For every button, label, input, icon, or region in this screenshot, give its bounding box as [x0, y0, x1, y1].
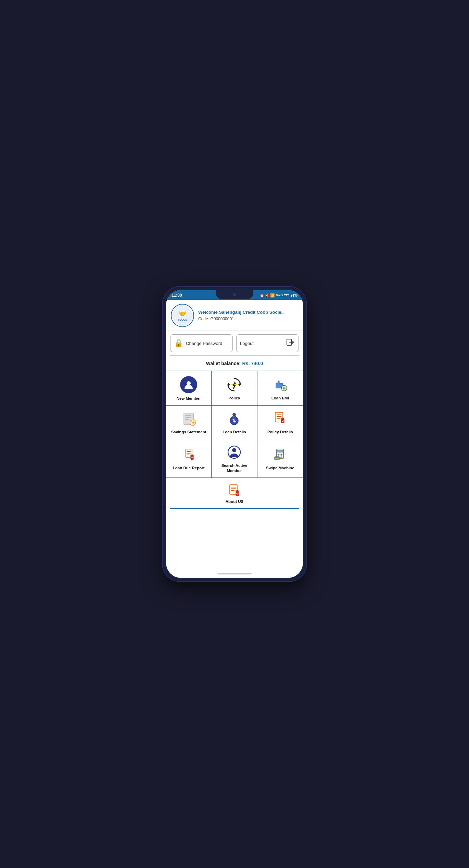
svg-text:★: ★	[192, 421, 195, 425]
lock-icon: 🔒	[174, 339, 183, 348]
logout-icon	[286, 338, 295, 349]
policy-label: Policy	[229, 396, 240, 401]
phone-frame: 11:00 ⏰ 🔇 📶 Voll LTE1 91% 🤝 TSCCS	[163, 287, 306, 581]
loan-emi-label: Loan EMI	[271, 396, 289, 401]
loan-due-report-label: Loan Due Report	[173, 466, 205, 471]
about-us-icon	[226, 483, 243, 499]
policy-details-icon	[272, 410, 288, 427]
svg-point-34	[281, 456, 282, 457]
svg-marker-3	[238, 383, 240, 387]
policy-details-label: Policy Details	[267, 430, 293, 435]
welcome-title: Welcome Sahebganj Credit Coop Socie..	[198, 310, 298, 315]
action-buttons-row: 🔒 Change Password Logout	[166, 331, 303, 356]
svg-rect-20	[277, 416, 281, 417]
logo-inner: 🤝 TSCCS	[172, 305, 193, 326]
menu-item-policy[interactable]: Policy	[212, 371, 257, 406]
phone-screen: 11:00 ⏰ 🔇 📶 Voll LTE1 91% 🤝 TSCCS	[166, 290, 303, 578]
loan-details-icon	[226, 410, 242, 427]
svg-rect-24	[187, 455, 189, 455]
svg-rect-21	[277, 418, 280, 419]
bottom-bar	[166, 571, 303, 578]
svg-point-15	[233, 419, 234, 420]
svg-point-14	[233, 413, 236, 416]
menu-item-search-active-member[interactable]: Search Active Member	[212, 439, 257, 478]
app-header: 🤝 TSCCS Welcome Sahebganj Credit Coop So…	[166, 300, 303, 331]
status-icons: ⏰ 🔇 📶 Voll LTE1 91%	[260, 293, 297, 298]
code-row: Code: G000000001	[198, 317, 298, 321]
logo-circle: 🤝 TSCCS	[171, 304, 194, 327]
menu-item-swipe-machine[interactable]: Swipe Machine	[257, 439, 303, 478]
wallet-section: Wallet balance: Rs. 740.0	[166, 356, 303, 371]
wallet-amount: Rs. 740.0	[242, 361, 263, 366]
wifi-icon: 📶	[270, 293, 275, 298]
svg-rect-23	[187, 453, 191, 454]
logo-text: TSCCS	[178, 318, 187, 321]
svg-point-32	[278, 456, 279, 457]
svg-rect-39	[231, 487, 236, 487]
loan-emi-icon: %	[272, 376, 288, 393]
loan-due-report-icon	[180, 446, 197, 463]
swipe-machine-icon	[272, 446, 288, 463]
savings-statement-icon: ★	[180, 410, 197, 427]
savings-statement-label: Savings Statement	[171, 430, 206, 435]
battery-text: 91%	[291, 294, 297, 297]
home-indicator	[217, 573, 252, 574]
logout-button[interactable]: Logout	[236, 334, 299, 352]
wallet-label: Wallet balance:	[206, 361, 241, 366]
swipe-machine-label: Swipe Machine	[266, 466, 294, 471]
new-member-label: New Member	[177, 396, 201, 401]
new-member-icon	[180, 376, 197, 393]
notch	[216, 290, 253, 299]
svg-point-29	[278, 454, 279, 455]
svg-rect-40	[231, 488, 236, 489]
search-active-member-icon	[226, 444, 242, 460]
about-us-section[interactable]: About US	[166, 478, 303, 508]
svg-rect-10	[185, 419, 189, 420]
svg-rect-37	[275, 458, 279, 459]
svg-rect-9	[185, 417, 191, 418]
search-active-member-label: Search Active Member	[214, 463, 254, 473]
logout-label: Logout	[240, 341, 254, 346]
svg-point-33	[280, 456, 281, 457]
svg-rect-8	[185, 415, 191, 416]
alarm-icon: ⏰	[260, 294, 264, 297]
main-content: 🤝 TSCCS Welcome Sahebganj Credit Coop So…	[166, 300, 303, 571]
signal-text: Voll LTE1	[276, 294, 290, 297]
menu-item-loan-emi[interactable]: % Loan EMI	[257, 371, 303, 406]
svg-point-31	[281, 454, 282, 455]
svg-point-26	[232, 448, 236, 452]
change-password-button[interactable]: 🔒 Change Password	[170, 334, 233, 352]
about-us-label: About US	[226, 499, 243, 504]
loan-details-label: Loan Details	[223, 430, 246, 435]
header-text: Welcome Sahebganj Credit Coop Socie.. Co…	[198, 310, 298, 321]
menu-item-loan-due-report[interactable]: Loan Due Report	[166, 439, 212, 478]
mute-icon: 🔇	[265, 294, 269, 297]
bottom-space	[166, 509, 303, 550]
policy-icon	[226, 376, 242, 393]
menu-item-loan-details[interactable]: Loan Details	[212, 406, 257, 439]
code-label: Code:	[198, 317, 209, 321]
svg-point-30	[280, 454, 281, 455]
change-password-label: Change Password	[186, 341, 222, 346]
svg-rect-19	[277, 414, 281, 415]
logo-hands-icon: 🤝	[179, 310, 186, 318]
svg-text:%: %	[283, 387, 286, 390]
menu-item-savings-statement[interactable]: ★ Savings Statement	[166, 406, 212, 439]
menu-grid: New Member	[166, 371, 303, 478]
svg-rect-28	[277, 450, 283, 452]
svg-rect-41	[231, 490, 234, 491]
code-value: G000000001	[210, 317, 234, 321]
svg-point-16	[234, 421, 236, 422]
svg-rect-22	[187, 451, 191, 452]
camera	[233, 293, 236, 296]
menu-item-new-member[interactable]: New Member	[166, 371, 212, 406]
svg-marker-4	[228, 383, 230, 387]
status-time: 11:00	[172, 293, 182, 298]
menu-item-policy-details[interactable]: Policy Details	[257, 406, 303, 439]
